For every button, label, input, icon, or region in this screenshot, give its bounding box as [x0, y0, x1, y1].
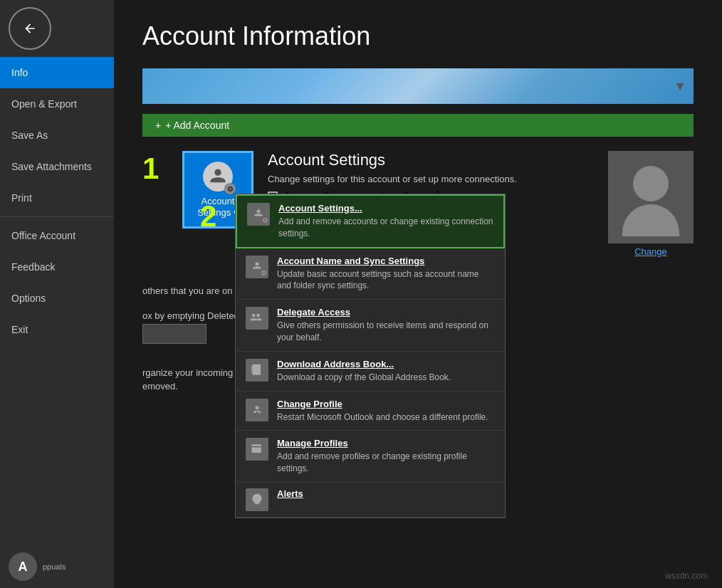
archive-empty-box: [142, 324, 206, 344]
account-settings-heading: Account Settings: [268, 151, 594, 169]
alerts-text: Alerts: [277, 488, 303, 501]
dropdown-item-account-settings[interactable]: 2 ⚙ Account Settings... Add and remove a…: [236, 194, 505, 248]
app-logo: A: [9, 552, 37, 581]
address-book-text: Download Address Book... Download a copy…: [277, 359, 451, 384]
dropdown-item-5-title: Change Profile: [277, 399, 488, 409]
page-title: Account Information: [142, 21, 694, 51]
dropdown-item-2-title: Account Name and Sync Settings: [277, 256, 495, 266]
back-button[interactable]: [9, 7, 51, 50]
name-sync-text: Account Name and Sync Settings Update ba…: [277, 256, 495, 293]
delegate-icon: [246, 307, 268, 330]
add-account-button[interactable]: + + Add Account: [142, 114, 694, 137]
dropdown-item-address-book[interactable]: Download Address Book... Download a copy…: [236, 352, 505, 392]
sidebar-item-open-export[interactable]: Open & Export: [0, 88, 114, 120]
svg-rect-7: [251, 369, 253, 370]
dropdown-menu: 2 ⚙ Account Settings... Add and remove a…: [235, 194, 506, 518]
address-book-icon: [246, 359, 268, 382]
svg-point-2: [256, 262, 259, 266]
dropdown-item-5-desc: Restart Microsoft Outlook and choose a d…: [277, 411, 488, 424]
svg-rect-10: [252, 445, 261, 453]
dropdown-arrow-icon: ▼: [674, 79, 686, 94]
account-settings-dropdown-icon: ⚙: [247, 203, 270, 226]
svg-rect-5: [252, 364, 261, 374]
change-profile-icon: [246, 399, 268, 421]
dropdown-item-1-title: Account Settings...: [278, 203, 493, 214]
avatar-body: [622, 204, 679, 236]
dropdown-item-name-sync[interactable]: ⚙ Account Name and Sync Settings Update …: [236, 248, 505, 300]
sidebar-item-options[interactable]: Options: [0, 283, 114, 314]
sidebar-nav: Info Open & Export Save As Save Attachme…: [0, 57, 114, 545]
watermark: wsxdn.com: [665, 571, 708, 581]
sidebar: Info Open & Export Save As Save Attachme…: [0, 0, 114, 588]
account-selector[interactable]: ▼: [142, 68, 694, 104]
gear-icon-small: ⚙: [262, 216, 268, 224]
change-profile-text: Change Profile Restart Microsoft Outlook…: [277, 399, 488, 424]
dropdown-item-7-title: Alerts: [277, 488, 303, 499]
sidebar-item-save-as[interactable]: Save As: [0, 120, 114, 151]
sidebar-divider: [0, 216, 114, 217]
sidebar-item-feedback[interactable]: Feedback: [0, 251, 114, 283]
svg-point-3: [252, 314, 256, 317]
delegate-text: Delegate Access Give others permission t…: [277, 307, 495, 344]
dropdown-item-6-desc: Add and remove profiles or change existi…: [277, 451, 495, 475]
account-icon: ⚙: [203, 162, 233, 191]
main-content: Account Information ▼ + + Add Account 1 …: [114, 0, 722, 588]
sidebar-item-print[interactable]: Print: [0, 182, 114, 214]
dropdown-item-alerts[interactable]: Alerts: [236, 483, 505, 518]
change-profile-link[interactable]: Change: [634, 246, 667, 257]
sidebar-item-office-account[interactable]: Office Account: [0, 220, 114, 251]
dropdown-item-6-title: Manage Profiles: [277, 438, 495, 448]
profile-avatar-container: Change: [608, 151, 694, 257]
account-settings-section: 1 ⚙ AccountSettings ▾ Account Settings C…: [142, 151, 694, 257]
sidebar-item-exit[interactable]: Exit: [0, 314, 114, 345]
svg-rect-12: [256, 503, 258, 505]
gear-badge-icon: ⚙: [224, 183, 236, 194]
avatar-head: [633, 166, 669, 201]
sidebar-item-info[interactable]: Info: [0, 57, 114, 88]
dropdown-item-4-title: Download Address Book...: [277, 359, 451, 369]
dropdown-item-3-desc: Give others permission to receive items …: [277, 320, 495, 344]
step-2-number: 2: [200, 201, 216, 231]
dropdown-item-3-title: Delegate Access: [277, 307, 495, 317]
sidebar-bottom: A ppuals: [0, 545, 114, 588]
svg-rect-6: [251, 367, 253, 368]
alerts-icon: [246, 488, 268, 511]
svg-rect-8: [251, 371, 253, 372]
manage-profiles-text: Manage Profiles Add and remove profiles …: [277, 438, 495, 475]
dropdown-item-1-desc: Add and remove accounts or change existi…: [278, 216, 493, 240]
account-settings-description: Change settings for this account or set …: [268, 174, 594, 184]
sidebar-item-save-attachments[interactable]: Save Attachments: [0, 151, 114, 182]
gear-icon-name: ⚙: [261, 269, 267, 277]
svg-point-4: [256, 314, 260, 317]
plus-icon: +: [155, 120, 161, 131]
step-1-number: 1: [142, 154, 168, 184]
dropdown-item-change-profile[interactable]: Change Profile Restart Microsoft Outlook…: [236, 392, 505, 431]
profile-avatar: [608, 151, 694, 243]
dropdown-item-4-desc: Download a copy of the Global Address Bo…: [277, 372, 451, 384]
manage-profiles-icon: [246, 438, 268, 461]
logo-text: ppuals: [43, 562, 66, 571]
name-sync-icon: ⚙: [246, 256, 268, 278]
svg-point-0: [214, 169, 221, 176]
avatar-figure: [622, 166, 679, 236]
svg-point-1: [257, 209, 261, 213]
add-account-label: + Add Account: [165, 120, 229, 131]
svg-point-9: [256, 406, 259, 409]
dropdown-item-2-desc: Update basic account settings such as ac…: [277, 268, 495, 293]
dropdown-item-manage-profiles[interactable]: Manage Profiles Add and remove profiles …: [236, 431, 505, 483]
account-settings-dropdown-text: Account Settings... Add and remove accou…: [278, 203, 493, 240]
dropdown-item-delegate[interactable]: Delegate Access Give others permission t…: [236, 300, 505, 352]
